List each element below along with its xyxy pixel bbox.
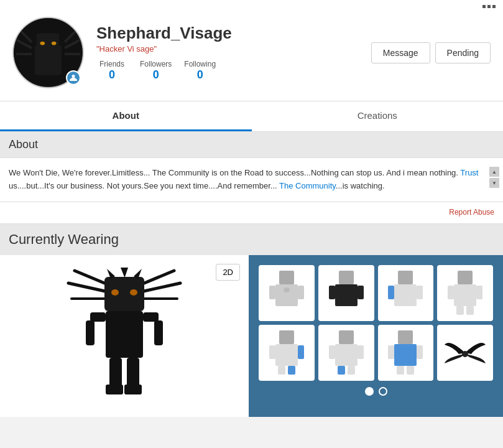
menu-dot-1 xyxy=(482,5,486,8)
profile-status: "Hacker Vi sage" xyxy=(96,44,371,54)
svg-point-25 xyxy=(111,289,119,296)
item-2[interactable] xyxy=(318,265,374,321)
svg-rect-27 xyxy=(106,311,143,358)
svg-rect-56 xyxy=(275,344,298,366)
svg-rect-67 xyxy=(398,330,413,344)
svg-rect-50 xyxy=(454,284,476,306)
svg-rect-51 xyxy=(448,286,454,299)
item-1[interactable] xyxy=(259,265,315,321)
currently-wearing-heading: Currently Wearing xyxy=(0,224,503,255)
friends-value: 0 xyxy=(96,68,127,82)
menu-dot-3 xyxy=(492,5,496,8)
svg-rect-32 xyxy=(109,358,122,389)
svg-rect-35 xyxy=(124,385,142,394)
profile-info: Shephard_Visage "Hacker Vi sage" Friends… xyxy=(96,24,371,82)
item-4-icon xyxy=(446,269,484,316)
svg-rect-48 xyxy=(417,286,423,299)
about-text-wrap: We Won't Die, We're forever.Limitless...… xyxy=(0,158,503,202)
svg-rect-44 xyxy=(358,286,364,299)
about-text-part1: We Won't Die, We're forever.Limitless...… xyxy=(9,168,460,177)
profile-actions: Message Pending xyxy=(371,42,491,63)
svg-rect-60 xyxy=(288,366,295,375)
svg-rect-54 xyxy=(466,306,474,315)
svg-marker-23 xyxy=(121,268,128,277)
scroll-up[interactable]: ▲ xyxy=(489,167,499,177)
item-1-icon xyxy=(268,269,305,316)
view-2d-button[interactable]: 2D xyxy=(216,264,240,281)
tabs: About Creations xyxy=(0,101,503,132)
svg-rect-70 xyxy=(417,345,423,359)
community-link[interactable]: The Community xyxy=(279,181,336,190)
item-2-icon xyxy=(328,269,365,316)
svg-point-9 xyxy=(40,42,45,45)
nav-dot-2[interactable] xyxy=(379,387,387,396)
tab-about[interactable]: About xyxy=(0,101,252,131)
following-value: 0 xyxy=(184,68,216,82)
svg-rect-63 xyxy=(329,345,335,359)
svg-rect-21 xyxy=(104,277,144,311)
following-label: Following xyxy=(184,60,216,68)
item-3-icon xyxy=(387,269,424,316)
tab-creations[interactable]: Creations xyxy=(252,101,504,131)
svg-rect-33 xyxy=(127,358,139,389)
report-abuse-link[interactable]: Report Abuse xyxy=(449,208,494,217)
profile-header: Shephard_Visage "Hacker Vi sage" Friends… xyxy=(0,11,503,101)
scroll-controls: ▲ ▼ xyxy=(489,167,499,188)
pending-button[interactable]: Pending xyxy=(435,42,491,63)
item-3[interactable] xyxy=(378,265,434,321)
svg-rect-58 xyxy=(298,345,304,359)
svg-rect-34 xyxy=(106,385,123,394)
about-text-part2: us....but...It's our business. Not yours… xyxy=(9,181,279,190)
profile-name: Shephard_Visage xyxy=(96,24,371,43)
person-icon xyxy=(69,73,78,82)
currently-wearing-section: Currently Wearing 2D xyxy=(0,224,503,417)
scroll-down[interactable]: ▼ xyxy=(489,178,499,188)
friends-stat: Friends 0 xyxy=(96,60,140,82)
nav-dot-1[interactable] xyxy=(365,387,374,396)
following-stat: Following 0 xyxy=(184,60,228,82)
item-5[interactable] xyxy=(259,325,315,381)
about-text: We Won't Die, We're forever.Limitless...… xyxy=(9,167,494,193)
svg-point-14 xyxy=(72,75,75,78)
svg-rect-69 xyxy=(388,345,394,359)
svg-rect-43 xyxy=(329,286,335,299)
svg-rect-66 xyxy=(348,366,355,375)
svg-rect-64 xyxy=(358,345,364,359)
followers-label: Followers xyxy=(140,60,172,68)
svg-rect-38 xyxy=(269,286,275,299)
items-grid xyxy=(259,265,493,381)
svg-rect-61 xyxy=(339,330,354,344)
svg-rect-68 xyxy=(394,344,417,366)
followers-stat: Followers 0 xyxy=(140,60,184,82)
about-text-part3: ...is watching. xyxy=(336,181,385,190)
item-8-icon xyxy=(443,335,487,370)
svg-rect-65 xyxy=(338,366,345,375)
menu-dot-2 xyxy=(487,5,491,8)
wearing-content: 2D xyxy=(0,255,503,417)
svg-rect-71 xyxy=(397,366,404,375)
svg-rect-42 xyxy=(335,284,358,306)
message-button[interactable]: Message xyxy=(371,42,430,63)
item-7[interactable] xyxy=(378,325,434,381)
svg-rect-59 xyxy=(278,366,285,375)
svg-rect-41 xyxy=(339,271,354,284)
item-6[interactable] xyxy=(318,325,374,381)
item-4[interactable] xyxy=(437,265,493,321)
item-7-icon xyxy=(387,329,424,376)
avatar-wrap xyxy=(12,17,84,88)
trust-link[interactable]: Trust xyxy=(460,168,478,177)
svg-rect-57 xyxy=(269,345,275,359)
friends-label: Friends xyxy=(96,60,127,68)
items-panel xyxy=(249,255,503,417)
item-8[interactable] xyxy=(437,325,493,381)
item-5-icon xyxy=(268,329,305,376)
svg-point-40 xyxy=(284,287,290,292)
svg-rect-72 xyxy=(407,366,414,375)
svg-rect-52 xyxy=(476,286,482,299)
svg-rect-30 xyxy=(86,320,95,345)
followers-value: 0 xyxy=(140,68,172,82)
top-menu-dots xyxy=(0,0,503,11)
svg-rect-29 xyxy=(143,312,159,322)
svg-rect-46 xyxy=(394,284,417,306)
svg-rect-36 xyxy=(279,271,294,284)
